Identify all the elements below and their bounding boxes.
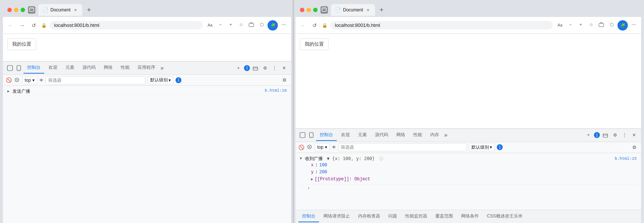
right-bottom-tab-css-overview[interactable]: CSS概述@王乐米 [483,211,526,222]
right-zoom-in-button[interactable]: + [576,20,585,29]
right-my-location-button[interactable]: 我的位置 [300,38,329,50]
left-dt-dock-button[interactable] [251,64,259,72]
left-document-tab[interactable]: 📄 Document ✕ [38,4,82,16]
left-dt-vertical-dots[interactable]: ⋮ [270,64,279,72]
left-dt-inspect-button[interactable] [6,64,14,72]
left-tab-close-button[interactable]: ✕ [73,7,78,13]
left-eye-icon[interactable]: 👁 [39,78,43,82]
right-entry-link[interactable]: b.html:15 [615,156,637,161]
right-devtools-tab-storage[interactable]: 内存 [427,130,443,141]
right-console-settings-button[interactable]: ⚙ [631,144,638,151]
left-console-filter-button[interactable] [14,77,20,83]
right-proto-line: ▶ [[Prototype]]: Object [311,176,637,183]
left-tab-title: Document [50,7,71,13]
right-console-clear-button[interactable]: 🚫 [298,144,304,150]
right-bottom-tab-network-blocker[interactable]: 网络请求阻止 [320,211,354,222]
right-back-button[interactable]: ← [298,21,307,30]
right-dt-settings-button[interactable]: ⚙ [611,131,619,139]
right-dt-inspect-button[interactable] [298,131,307,139]
right-maximize-button[interactable] [313,8,318,12]
left-new-tab-button[interactable]: + [84,5,94,15]
right-entry-arrow[interactable]: ▶ [299,157,303,159]
left-devtools-tab-welcome[interactable]: 欢迎 [45,62,61,74]
left-dt-settings-button[interactable]: ⚙ [261,64,269,72]
left-zoom-in-button[interactable]: + [226,20,235,29]
left-translate-button[interactable]: Aa [206,20,215,29]
left-maximize-button[interactable] [21,8,25,12]
right-more-button[interactable]: ⋯ [629,20,638,29]
right-address-input[interactable] [330,21,553,29]
left-forward-button[interactable]: → [18,21,26,30]
right-console-filter-button[interactable] [307,144,312,150]
right-devtools-more-tabs[interactable]: » [444,132,447,138]
left-devtools-more-tabs[interactable]: » [160,65,164,71]
right-bottom-tab-memory-inspector[interactable]: 内存检查器 [354,211,384,222]
right-close-button[interactable] [300,8,304,12]
right-dt-vertical-dots[interactable]: ⋮ [620,131,629,139]
left-console-settings-button[interactable]: ⚙ [281,77,288,84]
right-proto-arrow[interactable]: ▶ [311,177,313,183]
right-dt-new-panel-button[interactable]: + [584,131,592,139]
svg-rect-13 [322,8,326,11]
left-dt-mobile-button[interactable] [15,64,23,72]
left-back-button[interactable]: ← [6,21,15,30]
left-devtools-tab-performance[interactable]: 性能 [117,62,133,74]
right-devtools-tab-performance[interactable]: 性能 [410,130,426,141]
left-dt-new-panel-button[interactable]: + [234,64,243,72]
left-devtools-tab-elements[interactable]: 元素 [62,62,78,74]
left-dt-badge: 1 [244,65,250,71]
right-level-select[interactable]: 默认级别 ▾ [469,143,495,151]
left-devtools-tab-network[interactable]: 网络 [100,62,116,74]
right-new-tab-button[interactable]: + [376,5,387,15]
left-entry-arrow[interactable]: ▶ [7,89,10,93]
right-zoom-out-button[interactable]: − [566,20,575,29]
left-star-button[interactable]: ☆ [237,20,245,29]
right-document-tab[interactable]: 📄 Document ✕ [331,4,375,16]
right-devtools-tab-console[interactable]: 控制台 [316,130,337,141]
left-devtools-tab-console[interactable]: 控制台 [24,62,44,74]
left-toolbar-actions: Aa − + ☆ ⬡ 🧩 ⋯ [206,20,288,31]
right-dt-dock-button[interactable] [601,131,609,139]
left-screenshot-button[interactable] [247,20,256,29]
right-entry-info-icon: ⓘ [379,156,383,161]
left-filter-input[interactable] [46,76,146,84]
right-bottom-tab-issues[interactable]: 问题 [385,211,401,222]
left-level-select[interactable]: 默认级别 ▾ [148,76,173,84]
right-minimize-button[interactable] [307,8,311,12]
right-dt-close-button[interactable]: ✕ [630,131,638,139]
left-devtools-tab-sources[interactable]: 源代码 [79,62,99,74]
right-bottom-tab-network-conditions[interactable]: 网络条件 [457,211,482,222]
left-devtools-tab-application[interactable]: 应用程序 [134,62,159,74]
left-cast-button[interactable]: ⬡ [257,20,266,29]
right-eye-icon[interactable]: 👁 [332,145,336,149]
left-console-clear-button[interactable]: 🚫 [6,77,12,83]
left-dt-close-button[interactable]: ✕ [280,64,288,72]
right-devtools-tab-network[interactable]: 网络 [393,130,409,141]
left-reload-button[interactable]: ↺ [29,21,38,30]
right-translate-button[interactable]: Aa [556,20,565,29]
right-context-select[interactable]: top ▾ [315,143,330,151]
right-star-button[interactable]: ☆ [587,20,595,29]
left-address-input[interactable] [50,21,203,29]
right-filter-input[interactable] [338,143,467,151]
right-tab-close-button[interactable]: ✕ [365,7,371,13]
right-bottom-tab-coverage[interactable]: 覆盖范围 [432,211,457,222]
right-devtools-tab-sources[interactable]: 源代码 [371,130,392,141]
right-screenshot-button[interactable] [597,20,606,29]
right-bottom-tab-performance-monitor[interactable]: 性能监控器 [401,211,431,222]
left-minimize-button[interactable] [14,8,18,12]
right-devtools-tab-welcome[interactable]: 欢迎 [337,130,354,141]
left-my-location-button[interactable]: 我的位置 [7,38,36,50]
right-bottom-tab-console[interactable]: 控制台 [298,211,319,222]
left-entry-link[interactable]: b.html:18 [265,88,287,93]
left-more-button[interactable]: ⋯ [279,20,288,29]
left-zoom-out-button[interactable]: − [216,20,225,29]
right-devtools-tab-elements[interactable]: 元素 [354,130,371,141]
left-extensions-button[interactable]: 🧩 [268,20,278,31]
left-close-button[interactable] [7,8,12,12]
right-reload-button[interactable]: ↺ [310,21,319,30]
right-dt-mobile-button[interactable] [307,131,315,139]
left-context-select[interactable]: top ▾ [22,76,37,84]
right-cast-button[interactable]: ⬡ [607,20,616,29]
right-extensions-button[interactable]: 🧩 [618,20,628,31]
